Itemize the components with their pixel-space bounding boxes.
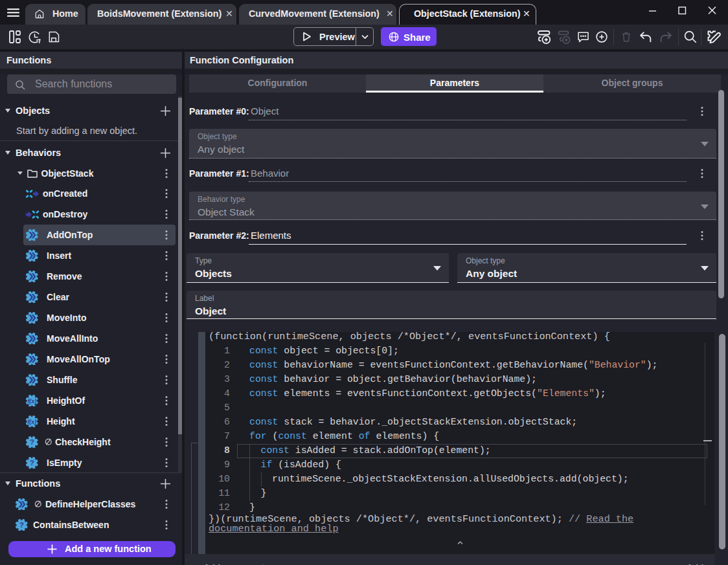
svg-text:?: ? <box>30 438 34 446</box>
svg-text:?: ? <box>19 520 24 529</box>
svg-text:f(x): f(x) <box>27 418 36 425</box>
svg-text:f(x): f(x) <box>27 397 36 404</box>
svg-text:?: ? <box>30 458 34 467</box>
